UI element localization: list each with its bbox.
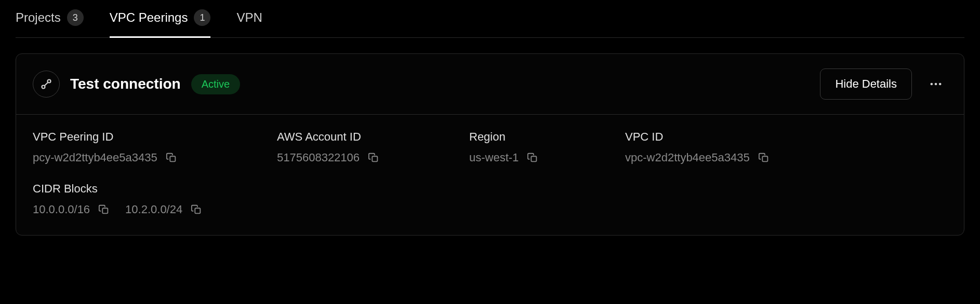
copy-cidr-1-button[interactable] xyxy=(190,203,203,216)
svg-line-2 xyxy=(45,82,48,86)
svg-point-3 xyxy=(931,83,933,86)
copy-aws-account-id-button[interactable] xyxy=(367,151,380,164)
copy-icon xyxy=(368,152,379,163)
svg-point-4 xyxy=(935,83,937,86)
detail-value: 5175608322106 xyxy=(277,151,360,164)
detail-region: Region us-west-1 xyxy=(469,130,625,164)
tab-vpc-peerings-label: VPC Peerings xyxy=(110,10,188,25)
svg-rect-11 xyxy=(195,208,200,213)
copy-icon xyxy=(758,152,770,163)
tab-projects[interactable]: Projects 3 xyxy=(16,9,84,37)
copy-icon xyxy=(98,204,110,215)
tab-vpn-label: VPN xyxy=(236,10,262,25)
detail-value: 10.2.0.0/24 xyxy=(125,203,182,216)
svg-rect-9 xyxy=(762,156,767,161)
more-menu-button[interactable] xyxy=(924,73,947,95)
svg-rect-7 xyxy=(372,156,377,161)
detail-vpc-peering-id: VPC Peering ID pcy-w2d2ttyb4ee5a3435 xyxy=(33,130,277,164)
copy-icon xyxy=(191,204,202,215)
detail-label: VPC Peering ID xyxy=(33,130,277,144)
tab-projects-count: 3 xyxy=(67,9,84,26)
detail-value: vpc-w2d2ttyb4ee5a3435 xyxy=(625,151,750,164)
tabs: Projects 3 VPC Peerings 1 VPN xyxy=(16,0,964,38)
detail-value: pcy-w2d2ttyb4ee5a3435 xyxy=(33,151,157,164)
peering-card-body: VPC Peering ID pcy-w2d2ttyb4ee5a3435 AWS… xyxy=(16,115,964,235)
peering-card-header: Test connection Active Hide Details xyxy=(16,54,964,115)
peering-card: Test connection Active Hide Details VPC … xyxy=(16,53,964,236)
copy-vpc-id-button[interactable] xyxy=(757,151,771,164)
status-badge: Active xyxy=(191,74,240,94)
svg-point-5 xyxy=(939,83,942,86)
peering-title: Test connection xyxy=(70,76,181,92)
detail-vpc-id: VPC ID vpc-w2d2ttyb4ee5a3435 xyxy=(625,130,947,164)
tab-vpc-peerings-count: 1 xyxy=(194,9,210,26)
svg-rect-8 xyxy=(532,156,537,161)
detail-value: 10.0.0.0/16 xyxy=(33,203,90,216)
detail-label: CIDR Blocks xyxy=(33,182,947,196)
tab-projects-label: Projects xyxy=(16,10,61,25)
cidr-block-item: 10.2.0.0/24 xyxy=(125,203,203,216)
connection-icon xyxy=(33,71,60,98)
detail-value: us-west-1 xyxy=(469,151,519,164)
detail-label: VPC ID xyxy=(625,130,947,144)
tab-vpn[interactable]: VPN xyxy=(236,10,262,36)
copy-icon xyxy=(527,152,538,163)
copy-cidr-0-button[interactable] xyxy=(97,203,111,216)
copy-vpc-peering-id-button[interactable] xyxy=(165,151,178,164)
detail-label: AWS Account ID xyxy=(277,130,469,144)
cidr-block-item: 10.0.0.0/16 xyxy=(33,203,111,216)
detail-label: Region xyxy=(469,130,625,144)
svg-rect-6 xyxy=(170,156,175,161)
svg-rect-10 xyxy=(102,208,108,213)
tab-vpc-peerings[interactable]: VPC Peerings 1 xyxy=(110,9,211,37)
hide-details-button[interactable]: Hide Details xyxy=(820,68,912,100)
copy-icon xyxy=(166,152,177,163)
detail-aws-account-id: AWS Account ID 5175608322106 xyxy=(277,130,469,164)
ellipsis-icon xyxy=(929,77,943,91)
detail-cidr-blocks: CIDR Blocks 10.0.0.0/16 xyxy=(33,182,947,216)
copy-region-button[interactable] xyxy=(526,151,539,164)
